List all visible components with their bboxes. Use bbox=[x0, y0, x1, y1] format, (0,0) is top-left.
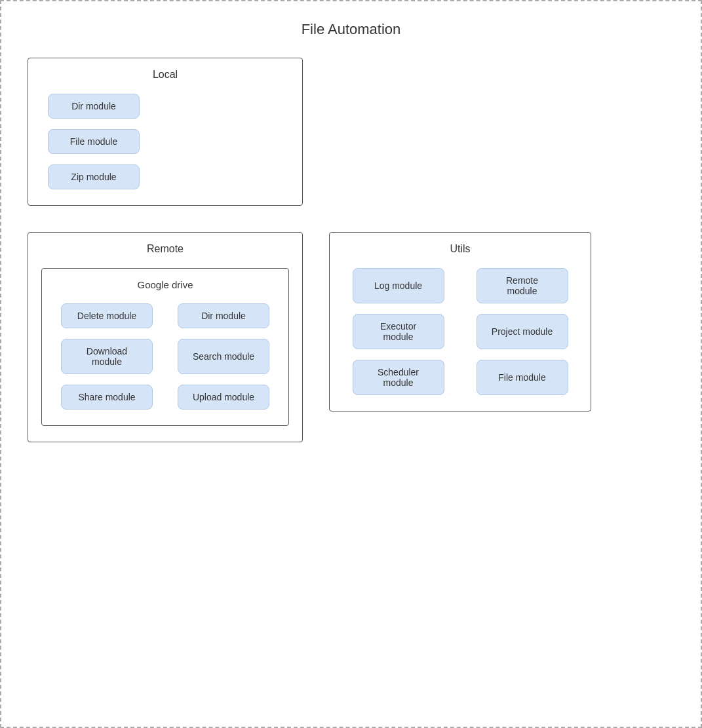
dir-module-remote-button[interactable]: Dir module bbox=[178, 303, 269, 328]
upload-module-button[interactable]: Upload module bbox=[178, 385, 269, 410]
google-drive-title: Google drive bbox=[55, 279, 275, 290]
utils-buttons-container: Log module Remote module Executor module… bbox=[343, 268, 577, 395]
scheduler-module-button[interactable]: Scheduler module bbox=[353, 360, 444, 395]
remote-section: Remote Google drive Delete module Dir mo… bbox=[28, 232, 303, 442]
local-section: Local Dir module File module Zip module bbox=[28, 58, 303, 206]
share-module-button[interactable]: Share module bbox=[61, 385, 153, 410]
remote-module-button[interactable]: Remote module bbox=[477, 268, 568, 303]
download-module-button[interactable]: Download module bbox=[61, 339, 153, 374]
google-drive-buttons: Delete module Dir module Download module… bbox=[55, 303, 275, 410]
file-module-utils-button[interactable]: File module bbox=[477, 360, 568, 395]
zip-module-local-button[interactable]: Zip module bbox=[48, 164, 140, 189]
project-module-button[interactable]: Project module bbox=[477, 314, 568, 349]
dir-module-local-button[interactable]: Dir module bbox=[48, 94, 140, 119]
bottom-row: Remote Google drive Delete module Dir mo… bbox=[28, 232, 674, 442]
executor-module-button[interactable]: Executor module bbox=[353, 314, 444, 349]
utils-section: Utils Log module Remote module Executor … bbox=[329, 232, 591, 412]
delete-module-button[interactable]: Delete module bbox=[61, 303, 153, 328]
local-section-title: Local bbox=[41, 69, 289, 81]
google-drive-box: Google drive Delete module Dir module Do… bbox=[41, 268, 289, 426]
utils-section-title: Utils bbox=[343, 243, 577, 255]
log-module-button[interactable]: Log module bbox=[353, 268, 444, 303]
page-title: File Automation bbox=[1, 1, 701, 51]
local-buttons-container: Dir module File module Zip module bbox=[41, 94, 289, 189]
search-module-button[interactable]: Search module bbox=[178, 339, 269, 374]
remote-section-title: Remote bbox=[41, 243, 289, 255]
file-module-local-button[interactable]: File module bbox=[48, 129, 140, 154]
